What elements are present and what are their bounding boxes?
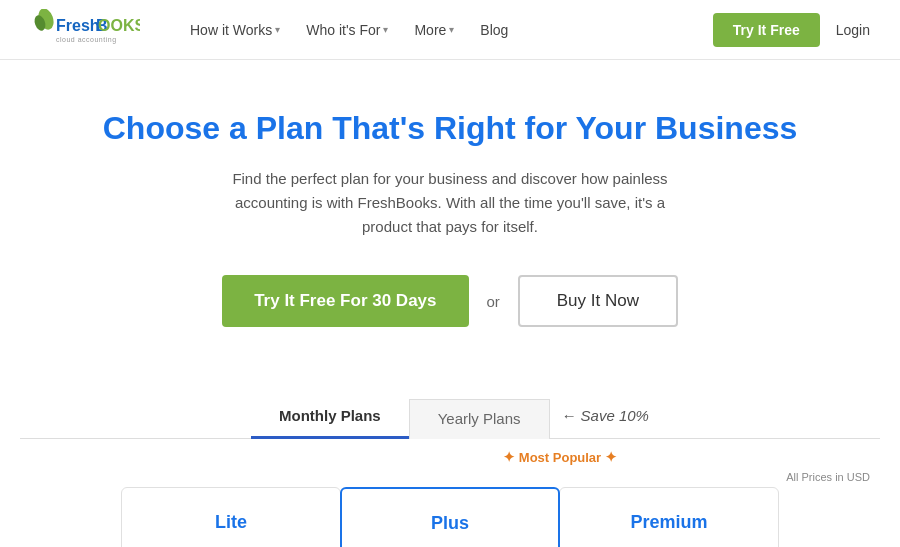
plan-name-lite: Lite bbox=[142, 512, 320, 533]
try-it-free-button[interactable]: Try It Free For 30 Days bbox=[222, 275, 468, 327]
navbar: Fresh B OOKS cloud accounting How it Wor… bbox=[0, 0, 900, 60]
nav-item-who-its-for[interactable]: Who it's For ▾ bbox=[296, 16, 398, 44]
all-prices-label: All Prices in USD bbox=[30, 471, 870, 483]
price-number-premium: 50 bbox=[632, 543, 697, 547]
nav-item-more[interactable]: More ▾ bbox=[404, 16, 464, 44]
nav-item-how-it-works[interactable]: How it Works ▾ bbox=[180, 16, 290, 44]
buy-it-now-button[interactable]: Buy It Now bbox=[518, 275, 678, 327]
hero-subtitle: Find the perfect plan for your business … bbox=[210, 167, 690, 239]
plan-name-plus: Plus bbox=[362, 513, 538, 534]
cards-row: Lite $ 15 /mo Plus $ 25 /mo Premium $ 50 bbox=[30, 487, 870, 547]
sparkle-icon: ✦ bbox=[503, 449, 515, 465]
tabs-row: Monthly Plans Yearly Plans ← Save 10% bbox=[20, 397, 880, 439]
chevron-down-icon: ▾ bbox=[383, 24, 388, 35]
arrow-icon: ← bbox=[562, 407, 577, 424]
chevron-down-icon: ▾ bbox=[449, 24, 454, 35]
hero-section: Choose a Plan That's Right for Your Busi… bbox=[0, 60, 900, 397]
chevron-down-icon: ▾ bbox=[275, 24, 280, 35]
plan-name-premium: Premium bbox=[580, 512, 758, 533]
price-number-lite: 15 bbox=[194, 543, 259, 547]
price-row-premium: $ 50 /mo bbox=[580, 543, 758, 547]
tab-monthly[interactable]: Monthly Plans bbox=[251, 397, 409, 439]
svg-text:Fresh: Fresh bbox=[56, 17, 100, 34]
page-title: Choose a Plan That's Right for Your Busi… bbox=[20, 110, 880, 147]
or-label: or bbox=[487, 293, 500, 310]
plan-card-plus: Plus $ 25 /mo bbox=[340, 487, 560, 547]
logo[interactable]: Fresh B OOKS cloud accounting bbox=[30, 9, 140, 51]
nav-item-blog[interactable]: Blog bbox=[470, 16, 518, 44]
tab-yearly[interactable]: Yearly Plans bbox=[409, 399, 550, 439]
try-it-free-nav-button[interactable]: Try It Free bbox=[713, 13, 820, 47]
save-label: ← Save 10% bbox=[562, 407, 649, 424]
price-row-lite: $ 15 /mo bbox=[142, 543, 320, 547]
nav-links: How it Works ▾ Who it's For ▾ More ▾ Blo… bbox=[180, 16, 713, 44]
sparkle-icon-right: ✦ bbox=[605, 449, 617, 465]
plan-card-lite: Lite $ 15 /mo bbox=[121, 487, 341, 547]
cta-row: Try It Free For 30 Days or Buy It Now bbox=[20, 275, 880, 327]
tabs-section: Monthly Plans Yearly Plans ← Save 10% bbox=[0, 397, 900, 439]
plan-card-premium: Premium $ 50 /mo bbox=[559, 487, 779, 547]
svg-text:cloud accounting: cloud accounting bbox=[56, 36, 117, 44]
pricing-area: ✦ Most Popular ✦ All Prices in USD Lite … bbox=[0, 439, 900, 547]
svg-text:OOKS: OOKS bbox=[98, 17, 140, 34]
most-popular-label: ✦ Most Popular ✦ bbox=[450, 449, 670, 465]
login-link[interactable]: Login bbox=[836, 22, 870, 38]
logo-svg: Fresh B OOKS cloud accounting bbox=[30, 9, 140, 47]
nav-right: Try It Free Login bbox=[713, 13, 870, 47]
